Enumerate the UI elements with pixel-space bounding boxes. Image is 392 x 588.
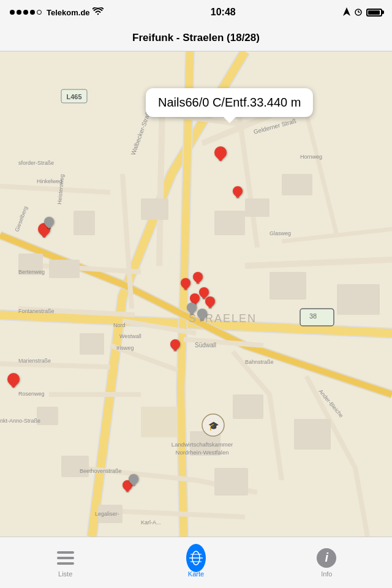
svg-text:38: 38 bbox=[309, 312, 317, 320]
svg-text:Irisweg: Irisweg bbox=[116, 345, 134, 351]
location-icon bbox=[343, 7, 350, 18]
svg-rect-11 bbox=[214, 211, 245, 235]
svg-rect-18 bbox=[233, 394, 263, 419]
pin-head-p12 bbox=[168, 337, 183, 352]
svg-rect-22 bbox=[214, 468, 248, 496]
svg-text:Bertenweg: Bertenweg bbox=[18, 269, 45, 275]
pin-head-p13 bbox=[5, 371, 22, 388]
signal-dots bbox=[10, 10, 42, 15]
map-container[interactable]: Walbecker-Straße Heistersweg Gieselberg … bbox=[0, 51, 392, 537]
status-left: Telekom.de bbox=[10, 7, 104, 18]
svg-text:Rosenweg: Rosenweg bbox=[18, 391, 45, 397]
svg-text:Hinkelweg: Hinkelweg bbox=[37, 178, 62, 184]
dot-5 bbox=[37, 10, 42, 15]
status-bar: Telekom.de 10:48 bbox=[0, 0, 392, 24]
map-pin-p3[interactable] bbox=[214, 146, 227, 161]
svg-rect-13 bbox=[337, 284, 380, 315]
svg-text:Bahnstraße: Bahnstraße bbox=[245, 359, 274, 365]
map-pin-p6[interactable] bbox=[193, 272, 203, 284]
pin-head-p9 bbox=[203, 295, 217, 309]
info-icon: i bbox=[317, 548, 336, 568]
svg-rect-9 bbox=[74, 211, 95, 235]
svg-rect-20 bbox=[294, 419, 331, 450]
svg-rect-15 bbox=[282, 174, 312, 195]
info-label: Info bbox=[321, 570, 332, 578]
pin-head-p15 bbox=[127, 472, 141, 486]
svg-rect-8 bbox=[49, 260, 80, 278]
map-pin-p13[interactable] bbox=[7, 373, 20, 388]
svg-rect-58 bbox=[57, 557, 74, 559]
alarm-icon bbox=[354, 7, 363, 18]
page-title: Freifunk - Straelen (18/28) bbox=[132, 32, 260, 44]
dot-4 bbox=[30, 10, 35, 15]
svg-rect-12 bbox=[270, 272, 306, 300]
svg-text:Hornweg: Hornweg bbox=[300, 154, 322, 160]
title-bar: Freifunk - Straelen (18/28) bbox=[0, 24, 392, 51]
svg-text:Landwirtschaftskammer: Landwirtschaftskammer bbox=[172, 441, 233, 448]
svg-text:nkt-Anno-Straße: nkt-Anno-Straße bbox=[0, 418, 40, 424]
tab-bar: Liste Karte i Info bbox=[0, 537, 392, 588]
karte-icon bbox=[186, 548, 206, 568]
pin-head-p2 bbox=[42, 215, 56, 229]
liste-label: Liste bbox=[58, 570, 72, 578]
svg-text:Fontanestraße: Fontanestraße bbox=[18, 308, 55, 314]
svg-text:Südwall: Südwall bbox=[195, 342, 216, 349]
map-pin-p5[interactable] bbox=[181, 278, 190, 290]
svg-text:Karl-A...: Karl-A... bbox=[141, 519, 161, 526]
status-right bbox=[343, 7, 382, 18]
svg-text:Beethovenstraße: Beethovenstraße bbox=[80, 468, 122, 474]
svg-rect-19 bbox=[141, 407, 178, 437]
tab-info[interactable]: i Info bbox=[262, 537, 392, 588]
callout-text: Nails66/0 C/Entf.33.440 m bbox=[158, 96, 301, 109]
dot-2 bbox=[17, 10, 21, 15]
map-pin-p2[interactable] bbox=[44, 217, 54, 229]
pin-head-p6 bbox=[191, 270, 205, 284]
svg-text:🎓: 🎓 bbox=[208, 421, 219, 431]
karte-label: Karte bbox=[188, 570, 204, 578]
svg-rect-59 bbox=[57, 562, 74, 565]
wifi-icon bbox=[92, 7, 104, 18]
svg-text:L465: L465 bbox=[66, 93, 81, 100]
svg-rect-6 bbox=[300, 309, 334, 326]
svg-rect-16 bbox=[80, 333, 104, 355]
svg-marker-0 bbox=[343, 7, 350, 16]
svg-rect-14 bbox=[245, 198, 270, 217]
svg-text:sforder-Straße: sforder-Straße bbox=[18, 160, 54, 166]
svg-text:Nord: Nord bbox=[113, 322, 126, 328]
pin-head-p11 bbox=[195, 307, 209, 321]
pin-head-p5 bbox=[179, 276, 193, 290]
carrier-label: Telekom.de bbox=[47, 8, 90, 17]
svg-text:Nordrhein-Westfalen: Nordrhein-Westfalen bbox=[176, 449, 229, 456]
dot-1 bbox=[10, 10, 15, 15]
svg-text:Glasweg: Glasweg bbox=[270, 230, 291, 236]
dot-3 bbox=[23, 10, 28, 15]
pin-head-p3 bbox=[212, 144, 229, 161]
map-pin-p15[interactable] bbox=[129, 474, 138, 486]
map-pin-p12[interactable] bbox=[170, 339, 180, 352]
tab-liste[interactable]: Liste bbox=[0, 537, 130, 588]
svg-rect-10 bbox=[141, 198, 168, 220]
map-pin-p4[interactable] bbox=[233, 186, 243, 198]
map-pin-p11[interactable] bbox=[197, 309, 207, 321]
map-pin-p9[interactable] bbox=[205, 296, 215, 309]
pin-head-p4 bbox=[231, 184, 245, 198]
svg-rect-57 bbox=[57, 551, 74, 554]
status-time: 10:48 bbox=[211, 7, 236, 18]
battery-icon bbox=[366, 9, 382, 17]
svg-text:Legaliser-: Legaliser- bbox=[95, 511, 119, 517]
callout-bubble[interactable]: Nails66/0 C/Entf.33.440 m bbox=[146, 88, 313, 117]
tab-karte[interactable]: Karte bbox=[130, 537, 261, 588]
liste-icon bbox=[56, 548, 75, 568]
svg-text:Marienstraße: Marienstraße bbox=[18, 358, 51, 364]
map-pin-p10[interactable] bbox=[187, 303, 197, 315]
svg-text:Westwall: Westwall bbox=[119, 333, 141, 339]
